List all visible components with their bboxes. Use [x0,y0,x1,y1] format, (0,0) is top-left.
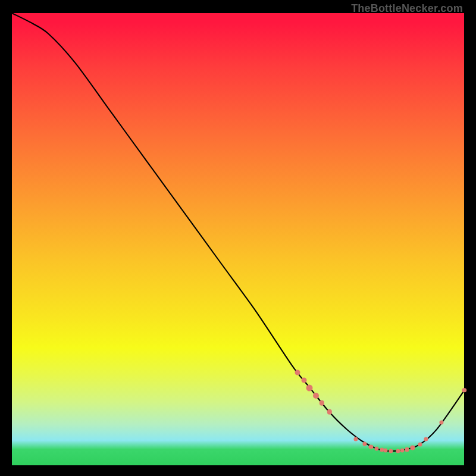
attribution-text: TheBottleNecker.com [351,2,463,15]
plot-area [12,13,464,465]
data-dot-2 [306,385,313,392]
data-dot-1 [301,378,306,383]
data-dot-20 [462,388,466,393]
data-dot-0 [295,370,300,375]
curve-path [12,13,464,451]
data-dot-3 [313,393,319,399]
curve-svg [12,13,464,465]
